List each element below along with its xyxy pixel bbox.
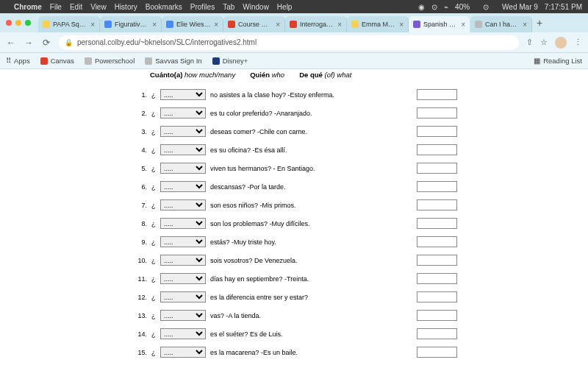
bookmark-label: Savvas Sign In [155, 57, 201, 65]
question-number: 3. [131, 128, 147, 135]
wifi-icon[interactable]: ⊙ [483, 3, 489, 11]
tab-close-icon[interactable]: × [399, 21, 404, 29]
interrogative-select[interactable]: ..... [160, 181, 206, 192]
answer-input[interactable] [417, 218, 457, 229]
menu-view[interactable]: View [90, 3, 107, 11]
question-row: 11. ¿ ..... días hay en septiembre? -Tre… [131, 273, 457, 284]
inverted-question-mark: ¿ [151, 330, 156, 338]
tab-close-icon[interactable]: × [523, 21, 527, 29]
answer-input[interactable] [417, 126, 457, 137]
question-sentence: vas? -A la tienda. [210, 312, 365, 319]
menu-tab[interactable]: Tab [223, 3, 234, 11]
browser-tab[interactable]: Elie Wiesel Nobe… × [162, 16, 223, 32]
tab-close-icon[interactable]: × [90, 21, 95, 29]
interrogative-select[interactable]: ..... [160, 163, 206, 174]
menu-help[interactable]: Help [277, 3, 293, 11]
exercise-sheet: Cuánto(a) how much/many Quién who De qué… [118, 69, 470, 368]
answer-input[interactable] [417, 89, 457, 100]
spotlight-icon[interactable]: ⊙ [431, 3, 437, 11]
bookmark-star-icon[interactable]: ☆ [540, 38, 548, 47]
close-window-icon[interactable] [6, 20, 12, 26]
bookmark-item[interactable]: Disney+ [212, 57, 248, 65]
answer-input[interactable] [417, 144, 457, 155]
question-row: 2. ¿ ..... es tu color preferido? -Anara… [131, 107, 457, 118]
menu-file[interactable]: File [50, 3, 62, 11]
menu-history[interactable]: History [115, 3, 137, 11]
chrome-toolbar: ← → ⟳ 🔒 personal.colby.edu/~bknelson/SLC… [0, 32, 588, 53]
tab-close-icon[interactable]: × [337, 21, 342, 29]
tab-close-icon[interactable]: × [152, 21, 157, 29]
bookmark-item[interactable]: Powerschool [85, 57, 135, 65]
siri-icon[interactable]: ◉ [418, 3, 425, 11]
profile-avatar[interactable] [555, 37, 567, 49]
interrogative-select[interactable]: ..... [160, 107, 206, 118]
answer-input[interactable] [417, 199, 457, 210]
question-number: 14. [131, 330, 147, 338]
interrogative-select[interactable]: ..... [160, 89, 206, 100]
interrogative-select[interactable]: ..... [160, 328, 206, 339]
new-tab-button[interactable]: + [532, 17, 547, 29]
inverted-question-mark: ¿ [151, 349, 156, 356]
battery-status[interactable]: 40% [455, 3, 470, 11]
menu-window[interactable]: Window [243, 3, 269, 11]
menu-profiles[interactable]: Profiles [190, 3, 215, 11]
menubar-time[interactable]: 7:17:51 PM [545, 3, 582, 11]
interrogative-select[interactable]: ..... [160, 199, 206, 210]
answer-input[interactable] [417, 347, 457, 358]
interrogative-select[interactable]: ..... [160, 218, 206, 229]
answer-input[interactable] [417, 236, 457, 247]
toggle-icon[interactable]: ⌁ [444, 3, 448, 11]
interrogative-select[interactable]: ..... [160, 236, 206, 247]
menu-edit[interactable]: Edit [70, 3, 82, 11]
answer-input[interactable] [417, 273, 457, 284]
bookmark-item[interactable]: Savvas Sign In [145, 57, 201, 65]
share-icon[interactable]: ⇧ [526, 38, 533, 47]
inverted-question-mark: ¿ [151, 183, 156, 191]
browser-tab[interactable]: Course Modules: × [223, 16, 285, 32]
interrogative-select[interactable]: ..... [160, 310, 206, 321]
reading-list-icon: ▦ [534, 57, 540, 65]
question-row: 4. ¿ ..... es su oficina? -Es ésa allí. [131, 144, 457, 155]
answer-input[interactable] [417, 310, 457, 321]
browser-tab[interactable]: Emma Marty - Pr… × [347, 16, 409, 32]
address-bar[interactable]: 🔒 personal.colby.edu/~bknelson/SLC/inter… [59, 35, 519, 50]
answer-input[interactable] [417, 107, 457, 118]
reload-button[interactable]: ⟳ [41, 38, 51, 48]
menu-bookmarks[interactable]: Bookmarks [146, 3, 182, 11]
browser-tab[interactable]: Figurative Langu… × [100, 16, 162, 32]
interrogative-select[interactable]: ..... [160, 126, 206, 137]
reading-list-button[interactable]: ▦ Reading List [534, 57, 582, 65]
back-button[interactable]: ← [6, 38, 16, 48]
tab-close-icon[interactable]: × [214, 21, 218, 29]
browser-tab[interactable]: Interrogative Pra… × [285, 16, 347, 32]
apps-shortcut[interactable]: ⠿ Apps [6, 57, 30, 65]
interrogative-select[interactable]: ..... [160, 273, 206, 284]
bookmark-item[interactable]: Canvas [40, 57, 74, 65]
tab-title: Emma Marty - Pr… [362, 21, 396, 28]
browser-tab[interactable]: PAPA Square Fin… × [38, 16, 100, 32]
answer-input[interactable] [417, 163, 457, 174]
tab-close-icon[interactable]: × [276, 21, 280, 29]
bookmark-favicon [212, 57, 220, 65]
browser-tab[interactable]: Can I have help s… × [470, 16, 532, 32]
forward-button[interactable]: → [24, 38, 34, 48]
menubar-date[interactable]: Wed Mar 9 [502, 3, 538, 11]
interrogative-select[interactable]: ..... [160, 144, 206, 155]
answer-input[interactable] [417, 328, 457, 339]
minimize-window-icon[interactable] [15, 20, 21, 26]
menu-chrome[interactable]: Chrome [14, 3, 42, 11]
interrogative-select[interactable]: ..... [160, 347, 206, 358]
browser-tab[interactable]: Spanish Languag… × [409, 16, 470, 32]
tab-favicon [104, 21, 112, 28]
tab-close-icon[interactable]: × [461, 21, 465, 29]
interrogative-select[interactable]: ..... [160, 255, 206, 266]
question-row: 14. ¿ ..... es el suéter? Es de Luis. [131, 328, 457, 339]
answer-input[interactable] [417, 255, 457, 266]
answer-input[interactable] [417, 181, 457, 192]
interrogative-select[interactable]: ..... [160, 291, 206, 302]
answer-input[interactable] [417, 291, 457, 302]
bookmark-label: Disney+ [223, 57, 248, 65]
chrome-menu-icon[interactable]: ⋮ [574, 38, 582, 47]
question-sentence: estás? -Muy triste hoy. [210, 238, 365, 246]
zoom-window-icon[interactable] [25, 20, 31, 26]
